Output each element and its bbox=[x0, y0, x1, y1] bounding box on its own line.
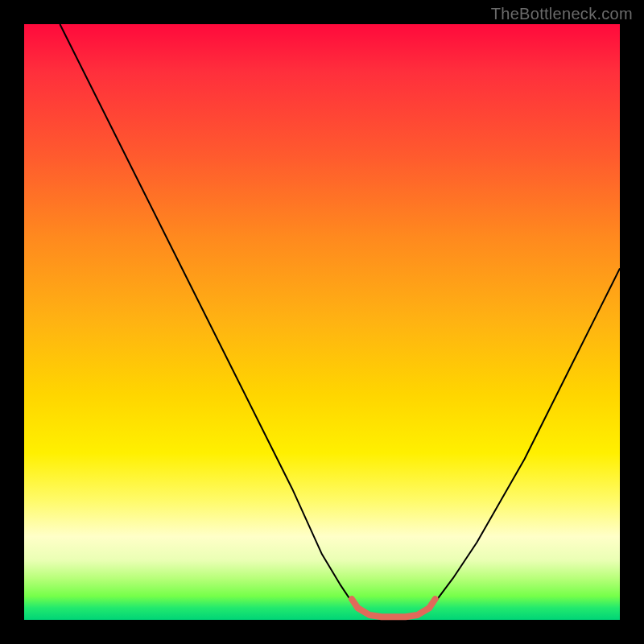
series-right-curve bbox=[423, 268, 620, 613]
watermark-text: TheBottleneck.com bbox=[491, 5, 633, 23]
chart-svg bbox=[24, 24, 620, 620]
chart-frame: TheBottleneck.com bbox=[0, 0, 644, 644]
plot-area bbox=[24, 24, 620, 620]
series-left-curve bbox=[60, 24, 363, 614]
series-trough-highlight bbox=[352, 599, 436, 617]
